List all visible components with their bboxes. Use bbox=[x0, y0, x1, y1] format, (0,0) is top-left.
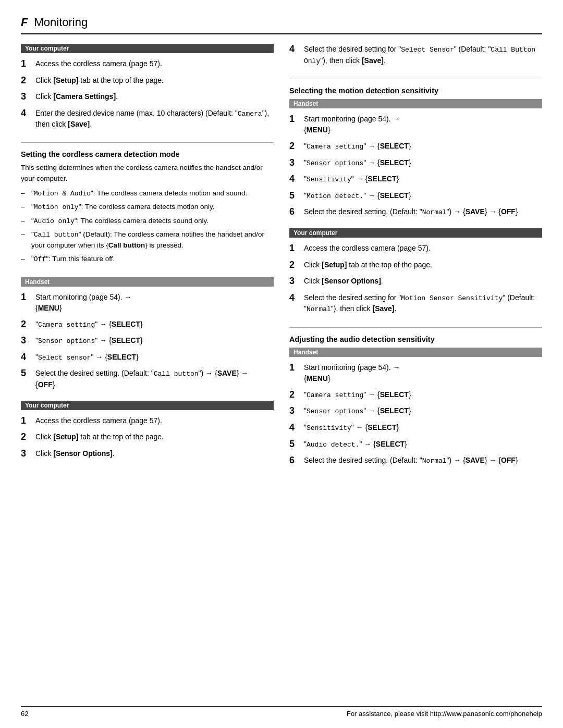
left-column: Your computer 1 Access the cordless came… bbox=[21, 44, 274, 701]
list-item: – "Audio only": The cordless camera dete… bbox=[21, 216, 274, 227]
computer-badge-motion: Your computer bbox=[289, 228, 542, 238]
list-item: 3 "Sensor options" → {SELECT} bbox=[289, 405, 542, 417]
handset-badge-2: Handset bbox=[289, 99, 542, 108]
header-title: Monitoring bbox=[34, 16, 88, 29]
detection-mode-desc: This setting determines when the cordles… bbox=[21, 163, 274, 184]
list-item: 4 Enter the desired device name (max. 10… bbox=[21, 108, 274, 130]
list-item: 3 "Sensor options" → {SELECT} bbox=[289, 157, 542, 169]
list-item: 1 Start monitoring (page 54). →{MENU} bbox=[289, 114, 542, 135]
detection-mode-title: Setting the cordless camera detection mo… bbox=[21, 150, 274, 158]
computer-steps-list: 1 Access the cordless camera (page 57). … bbox=[21, 58, 274, 135]
handset-steps-list: 1 Start monitoring (page 54). →{MENU} 2 … bbox=[21, 292, 274, 396]
detection-mode-bullets: – "Motion & Audio": The cordless camera … bbox=[21, 188, 274, 265]
list-item: 1 Start monitoring (page 54). →{MENU} bbox=[21, 292, 274, 314]
list-item: 2 Click [Setup] tab at the top of the pa… bbox=[289, 260, 542, 271]
list-item: 5 Select the desired setting. (Default: … bbox=[21, 368, 274, 390]
list-item: 5 "Motion detect." → {SELECT} bbox=[289, 190, 542, 202]
header-letter: F bbox=[21, 16, 28, 29]
audio-section-title: Adjusting the audio detection sensitivit… bbox=[289, 335, 542, 343]
list-item: 2 Click [Setup] tab at the top of the pa… bbox=[21, 75, 274, 87]
audio-handset-steps: 1 Start monitoring (page 54). →{MENU} 2 … bbox=[289, 362, 542, 472]
page: F Monitoring Your computer 1 Access the … bbox=[0, 0, 563, 728]
list-item: 4 "Sensitivity" → {SELECT} bbox=[289, 174, 542, 185]
list-item: 3 "Sensor options" → {SELECT} bbox=[21, 335, 274, 347]
page-number: 62 bbox=[21, 710, 28, 718]
list-item: 3 Click [Sensor Options]. bbox=[21, 448, 274, 460]
right-column: 4 Select the desired setting for "Select… bbox=[289, 44, 542, 701]
list-item: 3 Click [Camera Settings]. bbox=[21, 91, 274, 103]
computer2-steps-list: 1 Access the cordless camera (page 57). … bbox=[21, 415, 274, 465]
list-item: 4 Select the desired setting for "Select… bbox=[289, 44, 542, 66]
computer-badge: Your computer bbox=[21, 44, 274, 53]
page-header: F Monitoring bbox=[21, 16, 542, 34]
list-item: 4 "Select sensor" → {SELECT} bbox=[21, 352, 274, 363]
help-text: For assistance, please visit http://www.… bbox=[347, 710, 542, 718]
divider-3 bbox=[289, 327, 542, 328]
divider bbox=[21, 142, 274, 143]
list-item: – "Motion & Audio": The cordless camera … bbox=[21, 188, 274, 199]
list-item: 6 Select the desired setting. (Default: … bbox=[289, 206, 542, 218]
list-item: 1 Access the cordless camera (page 57). bbox=[21, 415, 274, 427]
handset-badge: Handset bbox=[21, 277, 274, 287]
list-item: 5 "Audio detect." → {SELECT} bbox=[289, 439, 542, 450]
page-footer: 62 For assistance, please visit http://w… bbox=[21, 706, 542, 718]
right-computer-step4: 4 Select the desired setting for "Select… bbox=[289, 44, 542, 71]
list-item: – "Off": Turn this feature off. bbox=[21, 254, 274, 265]
computer-badge-2: Your computer bbox=[21, 401, 274, 410]
list-item: 2 Click [Setup] tab at the top of the pa… bbox=[21, 431, 274, 443]
list-item: 4 "Sensitivity" → {SELECT} bbox=[289, 422, 542, 434]
motion-handset-steps: 1 Start monitoring (page 54). →{MENU} 2 … bbox=[289, 114, 542, 223]
list-item: 3 Click [Sensor Options]. bbox=[289, 276, 542, 287]
list-item: 2 "Camera setting" → {SELECT} bbox=[21, 319, 274, 330]
list-item: – "Call button" (Default): The cordless … bbox=[21, 229, 274, 251]
list-item: – "Motion only": The cordless camera det… bbox=[21, 202, 274, 213]
list-item: 1 Access the cordless camera (page 57). bbox=[289, 243, 542, 254]
detection-mode-section: Setting the cordless camera detection mo… bbox=[21, 150, 274, 268]
list-item: 2 "Camera setting" → {SELECT} bbox=[289, 141, 542, 152]
motion-section-title: Selecting the motion detection sensitivi… bbox=[289, 87, 542, 95]
list-item: 4 Select the desired setting for "Motion… bbox=[289, 292, 542, 315]
list-item: 6 Select the desired setting. (Default: … bbox=[289, 455, 542, 466]
handset-badge-3: Handset bbox=[289, 348, 542, 357]
divider-2 bbox=[289, 79, 542, 79]
list-item: 2 "Camera setting" → {SELECT} bbox=[289, 389, 542, 401]
motion-computer-steps: 1 Access the cordless camera (page 57). … bbox=[289, 243, 542, 320]
list-item: 1 Start monitoring (page 54). →{MENU} bbox=[289, 362, 542, 384]
content-columns: Your computer 1 Access the cordless came… bbox=[21, 44, 542, 701]
list-item: 1 Access the cordless camera (page 57). bbox=[21, 58, 274, 70]
